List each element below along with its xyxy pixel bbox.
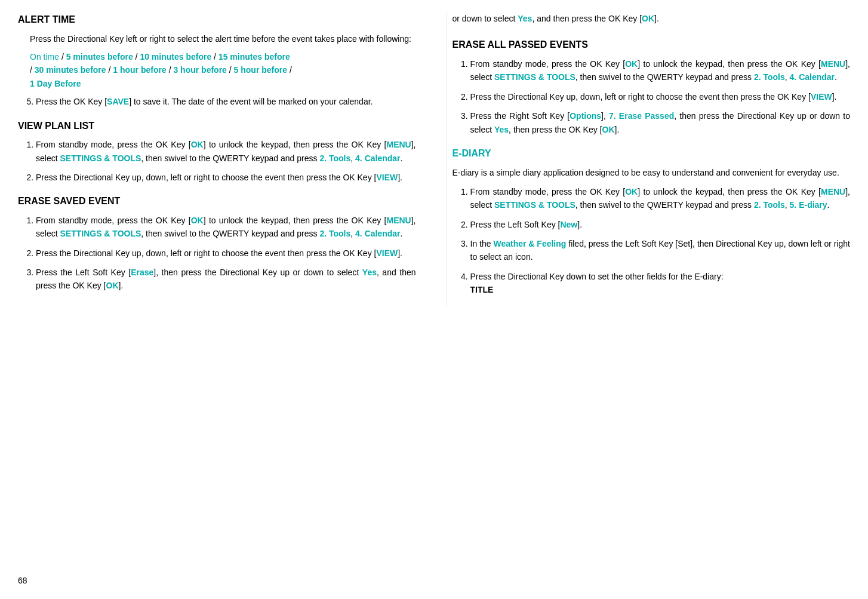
save-key: SAVE: [107, 97, 129, 106]
ed-step-3: In the Weather & Feeling filed, press th…: [470, 237, 851, 264]
view-plan-list-steps: From standby mode, press the OK Key [OK]…: [36, 138, 416, 184]
vpl-step-2: Press the Directional Key up, down, left…: [36, 171, 416, 184]
eap-step-1: From standby mode, press the OK Key [OK]…: [470, 57, 851, 84]
left-column: ALERT TIME Press the Directional Key lef…: [18, 12, 422, 306]
erase-saved-steps: From standby mode, press the OK Key [OK]…: [36, 214, 416, 293]
option-15min: 15 minutes before: [218, 52, 290, 62]
eap-step-3: Press the Right Soft Key [Options], 7. E…: [470, 109, 851, 136]
heading-view-plan-list: VIEW PLAN LIST: [18, 118, 416, 134]
option-on-time: On time: [30, 52, 59, 62]
option-1day: 1 Day Before: [30, 79, 81, 88]
option-1hour: 1 hour before: [113, 65, 166, 75]
ese-step-1: From standby mode, press the OK Key [OK]…: [36, 214, 416, 241]
section-e-diary: E-DIARY E-diary is a simple diary applic…: [453, 146, 851, 297]
ed-step-1: From standby mode, press the OK Key [OK]…: [470, 185, 851, 212]
alert-time-options: On time / 5 minutes before / 10 minutes …: [30, 50, 416, 90]
alert-time-step-5: Press the OK Key [SAVE] to save it. The …: [36, 95, 416, 108]
right-column: or down to select Yes, and then press th…: [446, 12, 851, 306]
page-number: 68: [18, 574, 27, 587]
heading-alert-time: ALERT TIME: [18, 12, 416, 27]
option-10min: 10 minutes before: [140, 52, 211, 62]
continued-text: or down to select Yes, and then press th…: [453, 12, 851, 25]
heading-erase-all-passed: ERASE ALL PASSED EVENTS: [453, 37, 851, 53]
title-label: TITLE: [470, 285, 494, 294]
section-alert-time: ALERT TIME Press the Directional Key lef…: [18, 12, 416, 109]
alert-time-intro: Press the Directional Key left or right …: [30, 32, 416, 45]
section-erase-saved-event: ERASE SAVED EVENT From standby mode, pre…: [18, 193, 416, 293]
heading-e-diary: E-DIARY: [453, 146, 851, 161]
vpl-step-1: From standby mode, press the OK Key [OK]…: [36, 138, 416, 165]
option-30min: 30 minutes before: [35, 65, 106, 75]
e-diary-steps: From standby mode, press the OK Key [OK]…: [470, 185, 851, 297]
heading-erase-saved-event: ERASE SAVED EVENT: [18, 193, 416, 209]
section-erase-all-passed: ERASE ALL PASSED EVENTS From standby mod…: [453, 37, 851, 136]
option-3hour: 3 hour before: [173, 65, 226, 75]
section-view-plan-list: VIEW PLAN LIST From standby mode, press …: [18, 118, 416, 185]
eap-step-2: Press the Directional Key up, down, left…: [470, 90, 851, 103]
erase-all-passed-steps: From standby mode, press the OK Key [OK]…: [470, 57, 851, 136]
alert-time-steps: Press the OK Key [SAVE] to save it. The …: [36, 95, 416, 108]
ed-step-2: Press the Left Soft Key [New].: [470, 218, 851, 231]
ese-step-2: Press the Directional Key up, down, left…: [36, 247, 416, 260]
e-diary-intro: E-diary is a simple diary application de…: [453, 166, 851, 179]
option-5hour: 5 hour before: [234, 65, 287, 75]
ed-step-4: Press the Directional Key down to set th…: [470, 270, 851, 297]
page-container: ALERT TIME Press the Directional Key lef…: [18, 12, 850, 306]
ese-step-3: Press the Left Soft Key [Erase], then pr…: [36, 266, 416, 293]
option-5min: 5 minutes before: [66, 52, 133, 62]
